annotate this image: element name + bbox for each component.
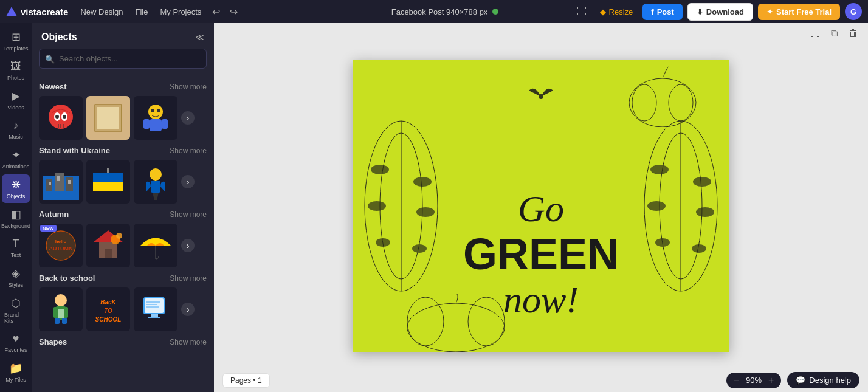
show-more-newest[interactable]: Show more [170, 83, 207, 91]
delete-button[interactable]: 🗑 [845, 27, 862, 40]
section-title-back-to-school: Back to school [39, 273, 95, 283]
resize-button[interactable]: ◆ Resize [595, 5, 638, 19]
undo-button[interactable]: ↩ [208, 5, 224, 19]
nav-new-design[interactable]: New Design [75, 5, 128, 19]
topbar: vistacreate New Design File My Projects … [0, 0, 868, 23]
duplicate-button[interactable]: ⧉ [827, 27, 841, 40]
object-thumb-umbrella[interactable] [134, 224, 177, 267]
sidebar-item-videos[interactable]: ▶ Videos [2, 86, 30, 114]
sidebar-item-photos[interactable]: 🖼 Photos [2, 57, 30, 84]
background-icon: ◧ [11, 208, 21, 221]
zoom-value: 90% [743, 376, 765, 385]
sidebar-item-favorites[interactable]: ♥ Favorites [2, 329, 30, 357]
svg-rect-20 [66, 177, 73, 191]
collapse-panel-button[interactable]: ≪ [195, 32, 204, 42]
present-button[interactable]: ⛶ [573, 5, 590, 18]
sidebar-item-background[interactable]: ◧ Background [2, 204, 30, 233]
show-more-autumn[interactable]: Show more [170, 210, 207, 219]
svg-rect-25 [93, 182, 123, 191]
user-avatar[interactable]: G [845, 3, 862, 20]
sidebar-item-brand-kits[interactable]: ⬡ Brand Kits [2, 293, 30, 328]
section-header-ukraine: Stand with Ukraine Show more [39, 146, 207, 155]
deco-top-bird [517, 78, 565, 115]
download-button[interactable]: ⬇ Download [687, 3, 753, 21]
sidebar-label-brand-kits: Brand Kits [4, 312, 27, 324]
design-help-button[interactable]: 💬 Design help [787, 372, 859, 388]
new-badge: NEW [40, 225, 57, 232]
objects-panel: Objects ≪ 🔍 Newest Show more [32, 23, 214, 392]
show-more-ukraine[interactable]: Show more [170, 146, 207, 155]
svg-point-26 [150, 168, 162, 181]
object-thumb-ukraine-flag[interactable] [86, 160, 130, 204]
section-header-shapes: Shapes Show more [39, 337, 207, 346]
canvas-area: ⛶ ⧉ 🗑 [214, 23, 868, 392]
object-thumb-back-to-school-text[interactable]: BacK TO SCHOOL [86, 287, 130, 331]
crop-button[interactable]: ⛶ [807, 27, 824, 40]
sidebar-item-animations[interactable]: ✦ Animations [2, 145, 30, 173]
svg-rect-21 [49, 182, 51, 185]
nav-file[interactable]: File [131, 5, 153, 19]
sidebar-item-my-files[interactable]: 📁 My Files [2, 358, 30, 387]
object-thumb-hello-autumn[interactable]: NEW hello AUTUMN [39, 224, 83, 267]
topbar-right: ⛶ ◆ Resize f Post ⬇ Download ✦ Start Fre… [573, 3, 862, 21]
object-thumb-character[interactable] [134, 96, 177, 140]
svg-point-68 [693, 177, 711, 187]
svg-rect-23 [68, 180, 71, 184]
object-thumb-school-device[interactable] [134, 287, 177, 331]
svg-point-77 [407, 297, 444, 346]
svg-rect-27 [151, 181, 160, 193]
svg-point-59 [413, 177, 432, 187]
sidebar-label-objects: Objects [7, 193, 26, 199]
sidebar-label-music: Music [9, 134, 23, 140]
svg-point-60 [368, 201, 386, 211]
zoom-in-button[interactable]: + [768, 375, 774, 386]
object-thumb-autumn-house[interactable] [86, 224, 130, 267]
nav-my-projects[interactable]: My Projects [155, 5, 206, 19]
back-to-school-scroll-right[interactable]: › [181, 303, 195, 316]
svg-rect-14 [150, 119, 162, 131]
logo[interactable]: vistacreate [6, 7, 68, 17]
back-to-school-text-svg: BacK TO SCHOOL [90, 291, 126, 328]
svg-rect-42 [58, 309, 64, 318]
canvas-text-go: Go [518, 187, 564, 230]
zoom-out-button[interactable]: − [734, 375, 739, 386]
section-title-autumn: Autumn [39, 210, 69, 219]
sidebar-item-templates[interactable]: ⊞ Templates [2, 27, 30, 55]
object-thumb-frame[interactable] [86, 96, 130, 140]
styles-icon: ◈ [12, 267, 20, 280]
section-title-ukraine: Stand with Ukraine [39, 146, 110, 155]
deco-left-botanical [353, 109, 450, 303]
sidebar-item-music[interactable]: ♪ Music [2, 115, 30, 143]
pages-indicator[interactable]: Pages • 1 [222, 373, 270, 388]
sidebar-item-text[interactable]: T Text [2, 234, 30, 262]
sidebar-label-templates: Templates [3, 46, 28, 52]
canvas-wrapper[interactable]: Go GREEN now! [214, 44, 868, 368]
newest-scroll-right[interactable]: › [181, 111, 195, 125]
object-thumb-skull[interactable] [39, 96, 83, 140]
ukraine-grid: › [39, 160, 207, 204]
object-thumb-ukraine-char[interactable] [134, 160, 177, 204]
section-header-autumn: Autumn Show more [39, 210, 207, 219]
canvas-design[interactable]: Go GREEN now! [353, 60, 729, 352]
post-button[interactable]: f Post [642, 4, 683, 20]
redo-button[interactable]: ↪ [226, 5, 241, 19]
undo-redo-group: ↩ ↪ [208, 5, 241, 19]
sidebar-item-objects[interactable]: ❋ Objects [2, 174, 30, 203]
svg-point-75 [669, 84, 693, 121]
favorites-icon: ♥ [13, 332, 19, 345]
sidebar-item-styles[interactable]: ◈ Styles [2, 263, 30, 292]
show-more-shapes[interactable]: Show more [170, 338, 207, 346]
svg-rect-43 [55, 318, 60, 324]
autumn-scroll-right[interactable]: › [181, 239, 195, 252]
object-thumb-ukraine-city[interactable] [39, 160, 83, 204]
svg-rect-16 [162, 119, 168, 129]
ukraine-city-svg [43, 163, 79, 200]
svg-rect-44 [62, 318, 67, 324]
autumn-house-svg [90, 227, 126, 264]
svg-rect-24 [93, 173, 123, 182]
trial-button[interactable]: ✦ Start Free Trial [758, 4, 840, 20]
ukraine-scroll-right[interactable]: › [181, 175, 195, 188]
object-thumb-student[interactable] [39, 287, 83, 331]
show-more-back-to-school[interactable]: Show more [170, 274, 207, 283]
search-input[interactable] [39, 49, 207, 69]
